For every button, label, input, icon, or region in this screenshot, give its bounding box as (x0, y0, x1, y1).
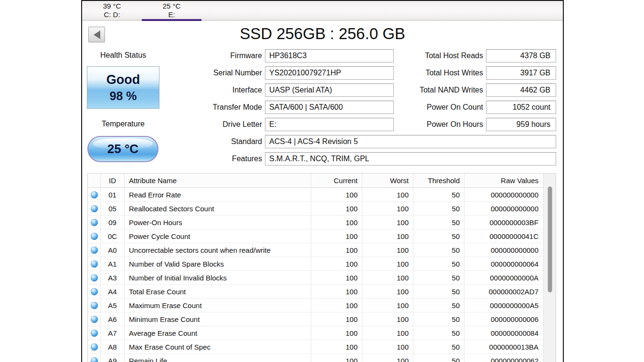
attr-current: 100 (311, 188, 362, 201)
attr-name: Total Erase Count (124, 285, 311, 298)
attr-id: A4 (100, 285, 124, 298)
attr-name: Maximum Erase Count (124, 299, 311, 312)
attr-threshold: 50 (413, 188, 464, 201)
attr-worst: 100 (362, 354, 413, 362)
status-ok-icon (91, 233, 98, 240)
status-ok-icon (91, 316, 98, 323)
attr-current: 100 (311, 354, 362, 362)
field-value: 1052 count (486, 101, 556, 114)
field-power-on-count: Power On Count 1052 count (402, 101, 556, 114)
field-label: Total Host Reads (402, 52, 483, 60)
field-label: Power On Count (402, 103, 483, 112)
field-total-host-reads: Total Host Reads 4378 GB (402, 49, 556, 62)
attr-current: 100 (311, 271, 362, 284)
field-value: YS202010079271HP (265, 66, 394, 80)
attr-worst: 100 (362, 340, 413, 353)
table-row[interactable]: 09 Power-On Hours 100 100 50 0000000003B… (88, 216, 556, 229)
attr-worst: 100 (362, 285, 413, 298)
attr-current: 100 (311, 202, 362, 215)
health-status-value: Good (106, 72, 140, 87)
field-interface: Interface UASP (Serial ATA) (182, 83, 394, 97)
attr-current: 100 (311, 340, 362, 353)
status-ok-icon (91, 219, 98, 226)
table-row[interactable]: 0C Power Cycle Count 100 100 50 00000000… (88, 229, 556, 243)
field-serial-number: Serial Number YS202010079271HP (182, 66, 394, 80)
attr-raw: 000000002AD7 (464, 285, 556, 298)
drive-tab-letters: E: (142, 10, 201, 19)
table-row[interactable]: 05 Reallocated Sectors Count 100 100 50 … (88, 202, 556, 216)
attr-worst: 100 (362, 202, 413, 215)
temperature-button[interactable]: 25 °C (87, 136, 158, 162)
status-ok-icon (91, 205, 98, 212)
attr-raw: 000000000062 (464, 354, 556, 362)
attr-name: Number of Valid Spare Blocks (124, 257, 311, 270)
health-status-button[interactable]: Good 98 % (87, 66, 159, 109)
attr-name: Average Erase Count (124, 326, 311, 340)
table-row[interactable]: A7 Average Erase Count 100 100 50 000000… (88, 326, 556, 340)
attr-threshold: 50 (413, 202, 464, 215)
attr-name: Read Error Rate (124, 188, 311, 201)
attr-raw: 000000000006 (464, 312, 556, 326)
table-row[interactable]: A1 Number of Valid Spare Blocks 100 100 … (88, 257, 556, 271)
attr-id: A0 (100, 243, 124, 257)
attr-raw: 000000000000 (464, 202, 556, 215)
drive-tab-temperature: 39 °C (82, 2, 142, 10)
attr-threshold: 50 (413, 216, 464, 229)
table-row[interactable]: A3 Number of Initial Invalid Blocks 100 … (88, 271, 556, 285)
attr-name: Minimum Erase Count (124, 312, 311, 326)
attr-raw: 000000000000 (464, 188, 556, 201)
status-ok-icon (91, 302, 98, 309)
attr-threshold: 50 (413, 312, 464, 326)
attr-threshold: 50 (413, 285, 464, 298)
table-row[interactable]: A5 Maximum Erase Count 100 100 50 000000… (88, 299, 556, 312)
status-ok-icon (91, 330, 98, 337)
status-ok-icon (91, 343, 98, 351)
field-value: HP3618C3 (265, 49, 394, 62)
table-row[interactable]: A4 Total Erase Count 100 100 50 00000000… (88, 285, 556, 299)
attr-raw: 000000000084 (464, 326, 556, 340)
attr-threshold: 50 (413, 229, 464, 243)
attr-worst: 100 (362, 188, 413, 201)
attr-threshold: 50 (413, 271, 464, 284)
attr-id: A9 (100, 354, 124, 362)
attr-threshold: 50 (413, 354, 464, 362)
attr-name: Reallocated Sectors Count (124, 202, 311, 215)
attr-current: 100 (311, 299, 362, 312)
page-title: SSD 256GB : 256.0 GB (82, 25, 563, 43)
attr-worst: 100 (362, 243, 413, 257)
attr-threshold: 50 (413, 243, 464, 257)
table-row[interactable]: A6 Minimum Erase Count 100 100 50 000000… (88, 312, 556, 326)
attr-current: 100 (311, 243, 362, 257)
temperature-value: 25 °C (107, 142, 138, 156)
app-window: 39 °C C: D: 25 °C E: SSD 256GB : 256.0 G… (81, 0, 564, 362)
attr-id: A1 (100, 257, 124, 270)
table-row[interactable]: A0 Uncorrectable sectors count when read… (88, 243, 556, 257)
field-label: Serial Number (182, 69, 262, 77)
attr-id: A8 (100, 340, 124, 353)
attr-id: 0C (100, 229, 124, 243)
table-row[interactable]: A9 Remain Life 100 100 50 000000000062 (88, 354, 556, 362)
drive-tab-e[interactable]: 25 °C E: (142, 1, 201, 21)
table-row[interactable]: A8 Max Erase Count of Spec 100 100 50 00… (88, 340, 556, 354)
field-label: Total NAND Writes (402, 86, 483, 94)
drive-tab-cd[interactable]: 39 °C C: D: (82, 1, 142, 21)
attr-threshold: 50 (413, 299, 464, 312)
attr-name: Power-On Hours (124, 216, 311, 229)
field-total-nand-writes: Total NAND Writes 4462 GB (402, 83, 556, 97)
field-value: ACS-4 | ACS-4 Revision 5 (265, 135, 556, 148)
table-scrollbar-track[interactable] (543, 174, 556, 362)
table-row[interactable]: 01 Read Error Rate 100 100 50 0000000000… (88, 188, 556, 202)
status-ok-icon (91, 247, 98, 254)
field-label: Total Host Writes (402, 69, 483, 77)
table-scrollbar-thumb[interactable] (548, 186, 552, 292)
attr-worst: 100 (362, 271, 413, 284)
health-status-label: Health Status (87, 51, 159, 60)
attr-current: 100 (311, 229, 362, 243)
attr-worst: 100 (362, 229, 413, 243)
field-total-host-writes: Total Host Writes 3917 GB (402, 66, 556, 80)
attr-current: 100 (311, 257, 362, 270)
attr-threshold: 50 (413, 340, 464, 353)
table-header-row: ID Attribute Name Current Worst Threshol… (88, 174, 556, 188)
header-raw-values: Raw Values (464, 174, 556, 187)
attr-id: A6 (100, 312, 124, 326)
